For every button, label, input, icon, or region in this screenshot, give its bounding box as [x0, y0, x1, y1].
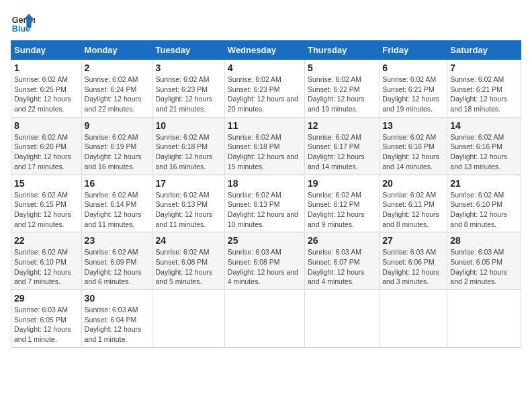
day-info: Sunrise: 6:02 AMSunset: 6:18 PMDaylight:…	[155, 133, 212, 171]
calendar-cell: 23 Sunrise: 6:02 AMSunset: 6:09 PMDaylig…	[81, 232, 152, 290]
day-info: Sunrise: 6:02 AMSunset: 6:23 PMDaylight:…	[228, 75, 298, 113]
weekday-header-tuesday: Tuesday	[152, 41, 224, 60]
calendar-cell: 10 Sunrise: 6:02 AMSunset: 6:18 PMDaylig…	[152, 117, 224, 175]
logo-icon: General Blue	[11, 11, 35, 35]
day-number: 4	[228, 62, 302, 73]
day-info: Sunrise: 6:02 AMSunset: 6:17 PMDaylight:…	[308, 133, 365, 171]
calendar-cell: 27 Sunrise: 6:03 AMSunset: 6:06 PMDaylig…	[380, 232, 447, 290]
day-number: 23	[85, 235, 150, 246]
day-number: 12	[308, 120, 376, 131]
day-number: 2	[85, 62, 150, 73]
day-info: Sunrise: 6:03 AMSunset: 6:08 PMDaylight:…	[228, 248, 298, 285]
calendar-cell: 7 Sunrise: 6:02 AMSunset: 6:21 PMDayligh…	[447, 60, 521, 118]
day-info: Sunrise: 6:02 AMSunset: 6:13 PMDaylight:…	[228, 191, 298, 228]
calendar-cell: 28 Sunrise: 6:03 AMSunset: 6:05 PMDaylig…	[447, 232, 521, 290]
day-number: 21	[450, 178, 518, 189]
day-info: Sunrise: 6:02 AMSunset: 6:20 PMDaylight:…	[14, 133, 71, 171]
day-info: Sunrise: 6:02 AMSunset: 6:09 PMDaylight:…	[85, 248, 142, 285]
calendar-cell: 8 Sunrise: 6:02 AMSunset: 6:20 PMDayligh…	[11, 117, 82, 175]
day-info: Sunrise: 6:03 AMSunset: 6:04 PMDaylight:…	[85, 306, 142, 343]
calendar-cell	[304, 290, 379, 348]
day-info: Sunrise: 6:02 AMSunset: 6:25 PMDaylight:…	[14, 75, 71, 113]
day-number: 26	[308, 235, 376, 246]
calendar-cell: 15 Sunrise: 6:02 AMSunset: 6:15 PMDaylig…	[11, 175, 82, 232]
day-info: Sunrise: 6:02 AMSunset: 6:16 PMDaylight:…	[382, 133, 439, 171]
day-info: Sunrise: 6:03 AMSunset: 6:05 PMDaylight:…	[14, 306, 71, 343]
day-info: Sunrise: 6:02 AMSunset: 6:21 PMDaylight:…	[382, 75, 439, 113]
weekday-header-wednesday: Wednesday	[224, 41, 304, 60]
day-number: 1	[14, 62, 79, 73]
weekday-header-sunday: Sunday	[11, 41, 82, 60]
calendar-cell	[152, 290, 224, 348]
calendar-cell: 17 Sunrise: 6:02 AMSunset: 6:13 PMDaylig…	[152, 175, 224, 232]
day-number: 5	[308, 62, 376, 73]
day-number: 15	[14, 178, 79, 189]
calendar-cell: 20 Sunrise: 6:02 AMSunset: 6:11 PMDaylig…	[380, 175, 447, 232]
calendar-cell: 24 Sunrise: 6:02 AMSunset: 6:08 PMDaylig…	[152, 232, 224, 290]
day-info: Sunrise: 6:02 AMSunset: 6:10 PMDaylight:…	[14, 248, 71, 285]
day-info: Sunrise: 6:02 AMSunset: 6:13 PMDaylight:…	[155, 191, 212, 228]
calendar-cell: 12 Sunrise: 6:02 AMSunset: 6:17 PMDaylig…	[304, 117, 379, 175]
day-number: 6	[382, 62, 444, 73]
logo: General Blue	[11, 11, 38, 35]
calendar-cell: 6 Sunrise: 6:02 AMSunset: 6:21 PMDayligh…	[380, 60, 447, 118]
day-number: 27	[382, 235, 444, 246]
day-info: Sunrise: 6:02 AMSunset: 6:12 PMDaylight:…	[308, 191, 365, 228]
day-number: 20	[382, 178, 444, 189]
calendar-cell: 30 Sunrise: 6:03 AMSunset: 6:04 PMDaylig…	[81, 290, 152, 348]
day-info: Sunrise: 6:03 AMSunset: 6:05 PMDaylight:…	[450, 248, 507, 285]
day-info: Sunrise: 6:02 AMSunset: 6:15 PMDaylight:…	[14, 191, 71, 228]
calendar-cell	[447, 290, 521, 348]
calendar-cell: 3 Sunrise: 6:02 AMSunset: 6:23 PMDayligh…	[152, 60, 224, 118]
day-number: 24	[155, 235, 221, 246]
calendar-cell: 4 Sunrise: 6:02 AMSunset: 6:23 PMDayligh…	[224, 60, 304, 118]
calendar-cell: 9 Sunrise: 6:02 AMSunset: 6:19 PMDayligh…	[81, 117, 152, 175]
day-info: Sunrise: 6:02 AMSunset: 6:24 PMDaylight:…	[85, 75, 142, 113]
calendar-cell: 29 Sunrise: 6:03 AMSunset: 6:05 PMDaylig…	[11, 290, 82, 348]
day-number: 30	[85, 293, 150, 304]
day-number: 17	[155, 178, 221, 189]
day-number: 11	[228, 120, 302, 131]
day-info: Sunrise: 6:03 AMSunset: 6:06 PMDaylight:…	[382, 248, 439, 285]
day-info: Sunrise: 6:02 AMSunset: 6:16 PMDaylight:…	[450, 133, 507, 171]
calendar-cell: 2 Sunrise: 6:02 AMSunset: 6:24 PMDayligh…	[81, 60, 152, 118]
calendar-cell: 11 Sunrise: 6:02 AMSunset: 6:18 PMDaylig…	[224, 117, 304, 175]
weekday-header-friday: Friday	[380, 41, 447, 60]
calendar-cell	[224, 290, 304, 348]
day-info: Sunrise: 6:02 AMSunset: 6:21 PMDaylight:…	[450, 75, 507, 113]
calendar-cell: 22 Sunrise: 6:02 AMSunset: 6:10 PMDaylig…	[11, 232, 82, 290]
day-number: 25	[228, 235, 302, 246]
calendar-cell: 19 Sunrise: 6:02 AMSunset: 6:12 PMDaylig…	[304, 175, 379, 232]
calendar-cell: 16 Sunrise: 6:02 AMSunset: 6:14 PMDaylig…	[81, 175, 152, 232]
day-number: 3	[155, 62, 221, 73]
day-number: 7	[450, 62, 518, 73]
day-number: 18	[228, 178, 302, 189]
day-number: 10	[155, 120, 221, 131]
day-info: Sunrise: 6:02 AMSunset: 6:10 PMDaylight:…	[450, 191, 507, 228]
day-info: Sunrise: 6:02 AMSunset: 6:11 PMDaylight:…	[382, 191, 439, 228]
calendar-cell: 21 Sunrise: 6:02 AMSunset: 6:10 PMDaylig…	[447, 175, 521, 232]
calendar-cell: 13 Sunrise: 6:02 AMSunset: 6:16 PMDaylig…	[380, 117, 447, 175]
day-info: Sunrise: 6:02 AMSunset: 6:23 PMDaylight:…	[155, 75, 212, 113]
weekday-header-saturday: Saturday	[447, 41, 521, 60]
day-number: 28	[450, 235, 518, 246]
calendar-cell: 26 Sunrise: 6:03 AMSunset: 6:07 PMDaylig…	[304, 232, 379, 290]
day-info: Sunrise: 6:02 AMSunset: 6:14 PMDaylight:…	[85, 191, 142, 228]
calendar-cell: 18 Sunrise: 6:02 AMSunset: 6:13 PMDaylig…	[224, 175, 304, 232]
day-number: 16	[85, 178, 150, 189]
day-info: Sunrise: 6:02 AMSunset: 6:18 PMDaylight:…	[228, 133, 298, 171]
day-info: Sunrise: 6:03 AMSunset: 6:07 PMDaylight:…	[308, 248, 365, 285]
day-number: 14	[450, 120, 518, 131]
day-info: Sunrise: 6:02 AMSunset: 6:22 PMDaylight:…	[308, 75, 365, 113]
day-number: 13	[382, 120, 444, 131]
day-number: 8	[14, 120, 79, 131]
calendar-cell	[380, 290, 447, 348]
calendar-cell: 14 Sunrise: 6:02 AMSunset: 6:16 PMDaylig…	[447, 117, 521, 175]
day-info: Sunrise: 6:02 AMSunset: 6:19 PMDaylight:…	[85, 133, 142, 171]
day-number: 9	[85, 120, 150, 131]
calendar-cell: 1 Sunrise: 6:02 AMSunset: 6:25 PMDayligh…	[11, 60, 82, 118]
day-number: 19	[308, 178, 376, 189]
weekday-header-thursday: Thursday	[304, 41, 379, 60]
weekday-header-monday: Monday	[81, 41, 152, 60]
page-header: General Blue	[11, 11, 521, 35]
